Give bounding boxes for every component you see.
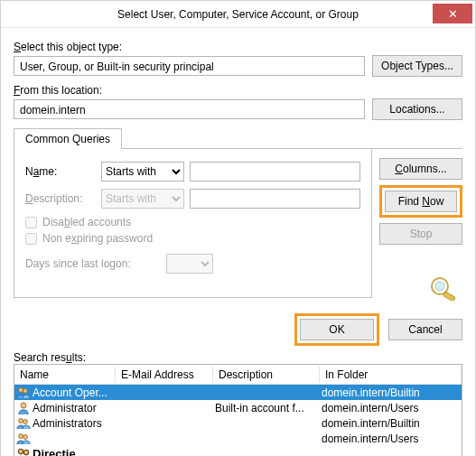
group-bold-icon [16,447,31,457]
location-field[interactable]: domein.intern [14,99,365,119]
dialog-content: Select this object type: User, Group, or… [1,28,475,456]
cell-name: Directie [14,447,116,457]
close-button[interactable]: ✕ [433,4,472,23]
common-queries-panel: Name: Starts with Description: Starts wi… [14,149,372,298]
find-now-button[interactable]: Find Now [385,191,457,212]
window-title: Select User, Computer, Service Account, … [117,8,359,21]
description-label: Description: [25,192,96,205]
group-icon [16,416,31,431]
col-header-folder[interactable]: In Folder [320,367,462,383]
col-header-description[interactable]: Description [213,367,320,383]
stop-button: Stop [379,223,462,245]
name-match-select[interactable]: Starts with [101,162,184,181]
search-icon [428,275,459,301]
name-input[interactable] [190,162,360,181]
days-since-label: Days since last logon: [25,257,161,270]
table-row[interactable]: domein.intern/Users [14,431,462,446]
non-expiring-label: Non expiring password [42,232,153,245]
table-row[interactable]: Account Oper...domein.intern/Builtin [14,385,462,400]
close-icon: ✕ [448,8,458,20]
table-row[interactable]: Administratorsdomein.intern/Builtin [14,415,462,431]
cell-folder: domein.intern/Builtin [320,417,462,430]
object-type-label: Select this object type: [14,41,462,53]
columns-button[interactable]: Columns... [379,158,462,180]
results-list[interactable]: Name E-Mail Address Description In Folde… [14,364,462,456]
object-type-field[interactable]: User, Group, or Built-in security princi… [14,56,365,76]
ok-button[interactable]: OK [300,319,374,340]
ok-highlight: OK [294,313,379,346]
cell-description: Built-in account f... [213,402,320,414]
name-label: Name: [25,165,96,178]
search-results-label: Search results: [14,351,462,364]
svg-point-1 [435,282,444,291]
table-row[interactable]: Directie [14,446,462,456]
cell-folder: domein.intern/Builtin [320,386,462,399]
table-row[interactable]: AdministratorBuilt-in account f...domein… [14,400,462,415]
svg-rect-2 [443,292,456,301]
tab-common-queries[interactable]: Common Queries [14,128,122,149]
cell-folder: domein.intern/Users [320,402,462,414]
find-now-highlight: Find Now [379,185,462,218]
location-label: From this location: [14,84,462,97]
side-column: Columns... Find Now Stop [379,149,462,301]
results-header: Name E-Mail Address Description In Folde… [14,365,462,385]
cell-name [14,432,116,446]
locations-button[interactable]: Locations... [372,98,462,120]
titlebar: Select User, Computer, Service Account, … [1,1,475,28]
col-header-name[interactable]: Name [14,367,116,383]
group-icon [16,386,31,400]
cell-folder: domein.intern/Users [320,433,462,445]
cell-name: Administrator [14,401,116,415]
group-icon [16,432,31,446]
non-expiring-checkbox [25,233,37,245]
disabled-accounts-checkbox [25,217,37,228]
cancel-button[interactable]: Cancel [388,319,462,340]
dialog-window: Select User, Computer, Service Account, … [0,0,476,456]
description-match-select: Starts with [101,189,184,209]
disabled-accounts-label: Disabled accounts [42,216,131,228]
col-header-email[interactable]: E-Mail Address [116,367,213,383]
object-types-button[interactable]: Object Types... [372,55,462,77]
description-input[interactable] [190,189,360,209]
days-since-select [166,254,213,274]
cell-name: Account Oper... [14,386,116,400]
cell-name: Administrators [14,416,116,431]
tabstrip: Common Queries [14,127,462,149]
user-icon [16,401,31,415]
